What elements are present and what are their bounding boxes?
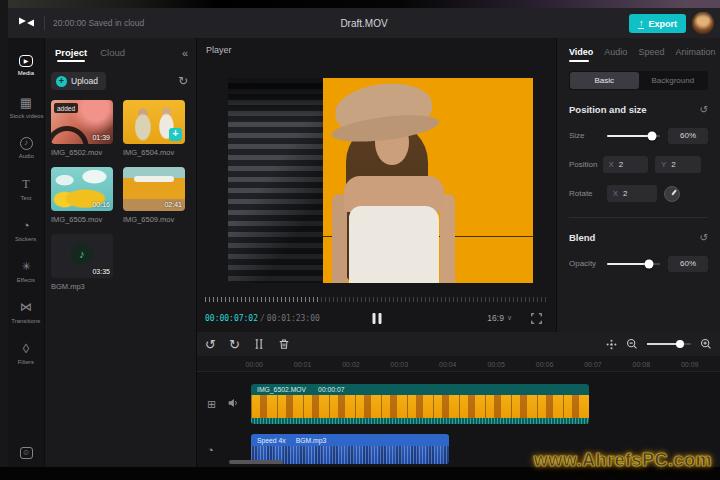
sidebar-item-label: Stock videos <box>9 112 43 118</box>
ruler-tick: 00:04 <box>424 361 472 368</box>
sidebar-item-label: Stickers <box>15 235 36 241</box>
clip-name: BGM.mp3 <box>296 437 327 444</box>
sidebar-item[interactable]: Stock videos <box>8 86 44 127</box>
upload-arrow-icon: ↑ <box>638 19 645 29</box>
media-item[interactable]: ♪ + IMG_6504.mov <box>123 100 185 157</box>
reset-icon[interactable]: ↺ <box>700 104 708 115</box>
clip-speed-badge: Speed 4x <box>257 437 286 444</box>
rotate-field[interactable]: X 2 <box>607 185 657 202</box>
position-y-field[interactable]: Y 2 <box>655 156 701 173</box>
video-preview[interactable] <box>228 78 533 283</box>
media-item[interactable]: ♪ 02:41 + IMG_6509.mov <box>123 167 185 224</box>
inspector-tabs: Video Audio Speed Animation <box>569 38 708 62</box>
sidebar-item[interactable]: Audio <box>8 127 44 168</box>
zoom-in-icon[interactable] <box>700 338 712 350</box>
ruler-tick: 00:06 <box>520 361 568 368</box>
segment-button[interactable]: Background <box>639 72 708 89</box>
split-icon[interactable] <box>253 338 265 350</box>
media-filename: IMG_6502.mov <box>51 148 113 157</box>
inspector-tab[interactable]: Speed <box>638 47 664 62</box>
media-tab[interactable]: Cloud <box>100 47 125 62</box>
media-item[interactable]: ♪ 00:16 + IMG_6505.mov <box>51 167 113 224</box>
speaker-icon[interactable] <box>227 397 239 409</box>
media-item[interactable]: ♪ added 01:39 + IMG_6502.mov <box>51 100 113 157</box>
slider-handle[interactable] <box>645 259 654 268</box>
upload-button[interactable]: + Upload <box>51 72 106 90</box>
rotate-dial[interactable] <box>664 186 680 202</box>
sidebar-item[interactable]: Stickers <box>8 209 44 250</box>
left-sidebar: Media Stock videos Audio Text Stickers <box>8 38 44 467</box>
size-label: Size <box>569 131 607 140</box>
reset-icon[interactable]: ↺ <box>700 232 708 243</box>
opacity-label: Opacity <box>569 259 607 268</box>
size-slider[interactable] <box>607 135 660 137</box>
player-seekbar[interactable] <box>205 297 548 302</box>
pause-button[interactable] <box>372 313 381 324</box>
audio-track-icon[interactable]: ◔ <box>207 444 214 456</box>
section-divider <box>569 217 708 218</box>
export-button[interactable]: ↑ Export <box>629 14 686 33</box>
sidebar-item[interactable]: Filters <box>8 332 44 373</box>
blend-title: Blend <box>569 232 595 243</box>
track-options-icon[interactable]: ⊞ <box>207 398 216 411</box>
stickers-icon <box>19 218 34 233</box>
fullscreen-icon[interactable] <box>531 313 542 324</box>
player-panel: Player 00:00:07:02/00:01:23:00 16:9 ∨ <box>196 38 556 332</box>
sidebar-item[interactable]: Effects <box>8 250 44 291</box>
slider-handle[interactable] <box>648 131 657 140</box>
size-value[interactable]: 60% <box>668 128 708 144</box>
clip-name: IMG_6502.MOV <box>257 386 306 393</box>
sidebar-item-label: Audio <box>18 152 33 158</box>
sidebar-item[interactable]: Transitions <box>8 291 44 332</box>
opacity-slider[interactable] <box>607 263 660 265</box>
filters-icon <box>19 341 34 356</box>
sidebar-item[interactable]: Text <box>8 168 44 209</box>
magnet-snap-icon[interactable] <box>606 339 617 350</box>
refresh-icon[interactable]: ↻ <box>178 74 188 88</box>
undo-icon[interactable]: ↺ <box>205 338 216 351</box>
timeline-ruler[interactable]: 00:00 00:01 00:02 00:03 00:04 00:05 00:0… <box>197 356 720 372</box>
current-timecode: 00:00:07:02 <box>205 314 258 323</box>
timeline-toolbar: ↺ ↻ <box>197 332 720 356</box>
timeline-panel: ↺ ↻ <box>196 332 720 467</box>
sidebar-item-label: Text <box>21 194 32 200</box>
zoom-out-icon[interactable] <box>626 338 638 350</box>
timeline-zoom-slider[interactable] <box>647 343 691 345</box>
preview-subject-hat <box>332 78 434 137</box>
sidebar-item-label: Transitions <box>11 317 40 323</box>
inspector-tab[interactable]: Video <box>569 47 593 62</box>
redo-icon[interactable]: ↻ <box>229 338 240 351</box>
video-clip[interactable]: IMG_6502.MOV 00:00:07 <box>251 384 589 424</box>
collapse-panel-icon[interactable]: « <box>182 47 188 59</box>
capcut-logo <box>8 16 44 30</box>
media-thumbnail: ♪ + <box>123 100 185 144</box>
position-x-field[interactable]: X 2 <box>603 156 649 173</box>
media-item[interactable]: ♪ 03:35 + BGM.mp3 <box>51 234 113 291</box>
project-title: Draft.MOV <box>340 18 387 29</box>
inspector-tab[interactable]: Audio <box>604 47 627 62</box>
media-filename: IMG_6504.mov <box>123 148 185 157</box>
delete-icon[interactable] <box>278 338 290 350</box>
media-icon <box>19 55 33 67</box>
slider-handle[interactable] <box>676 340 684 348</box>
clip-duration: 00:00:07 <box>318 386 344 393</box>
media-thumbnail: ♪ 00:16 + <box>51 167 113 211</box>
media-thumbnail: ♪ 02:41 + <box>123 167 185 211</box>
segment-button[interactable]: Basic <box>570 72 639 89</box>
added-badge: added <box>54 103 78 113</box>
timeline-scrollbar[interactable] <box>229 460 283 464</box>
avatar[interactable] <box>692 12 714 34</box>
inspector-tab[interactable]: Animation <box>675 47 715 62</box>
capcut-window: 20:00:00 Saved in cloud Draft.MOV ↑ Expo… <box>8 8 720 467</box>
chevron-down-icon: ∨ <box>507 314 512 322</box>
duration-label: 03:35 <box>92 268 110 275</box>
audio-icon <box>20 137 33 150</box>
aspect-ratio-dropdown[interactable]: 16:9 ∨ <box>487 313 512 323</box>
opacity-value[interactable]: 60% <box>668 256 708 272</box>
add-to-timeline-button[interactable]: + <box>169 128 182 141</box>
sidebar-item[interactable]: Media <box>8 45 44 86</box>
feedback-icon[interactable] <box>20 447 33 459</box>
media-tab[interactable]: Project <box>55 47 87 62</box>
ruler-tick: 00:07 <box>569 361 617 368</box>
stock-videos-icon <box>19 95 34 110</box>
